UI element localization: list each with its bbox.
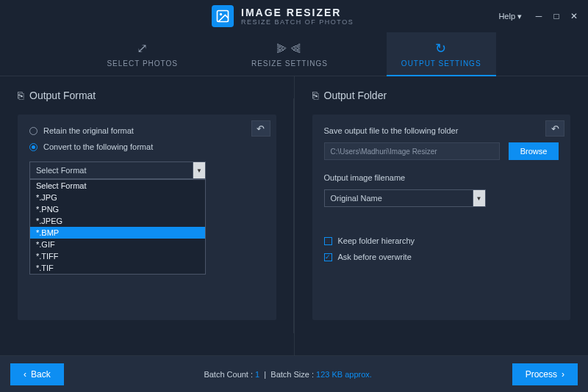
chevron-down-icon: ▼ (476, 195, 482, 202)
svg-point-1 (220, 13, 222, 15)
minimize-button[interactable]: ─ (531, 10, 547, 23)
tab-label: SELECT PHOTOS (107, 59, 178, 68)
save-folder-label: Save output file to the following folder (324, 126, 559, 135)
undo-icon: ↶ (257, 123, 265, 134)
checkbox-icon (324, 237, 332, 245)
dropdown-option[interactable]: *.PNG (30, 203, 205, 215)
tab-output-settings[interactable]: ↻ OUTPUT SETTINGS (387, 32, 496, 76)
output-path-input[interactable]: C:\Users\Madhuri\Image Resizer (324, 142, 501, 160)
help-label: Help (498, 12, 515, 21)
tab-select-photos[interactable]: ⤢ SELECT PHOTOS (92, 32, 193, 76)
dropdown-option[interactable]: *.GIF (30, 239, 205, 250)
dropdown-option[interactable]: Select Format (30, 180, 205, 192)
panel-title: Output Folder (324, 90, 387, 101)
tab-label: OUTPUT SETTINGS (401, 59, 481, 68)
chevron-down-icon: ▼ (196, 167, 202, 174)
radio-icon (29, 143, 37, 151)
format-dropdown: Select Format*.JPG*.PNG*.JPEG*.BMP*.GIF*… (29, 179, 206, 275)
format-select-arrow[interactable]: ▼ (193, 161, 206, 179)
format-select[interactable]: Select Format (29, 161, 206, 179)
radio-icon (29, 127, 37, 135)
chevron-right-icon: › (562, 369, 564, 380)
checkbox-label: Ask before overwrite (338, 253, 412, 261)
process-label: Process (526, 369, 557, 380)
tab-label: RESIZE SETTINGS (251, 59, 328, 68)
reset-format-button[interactable]: ↶ (251, 120, 270, 137)
filename-select[interactable]: Original Name (324, 189, 486, 207)
back-button[interactable]: ‹ Back (10, 363, 64, 385)
browse-button[interactable]: Browse (509, 142, 559, 160)
checkbox-ask-overwrite[interactable]: Ask before overwrite (324, 253, 559, 261)
chevron-down-icon: ▾ (517, 12, 522, 21)
dropdown-option[interactable]: *.JPEG (30, 215, 205, 227)
path-value: C:\Users\Madhuri\Image Resizer (331, 148, 437, 156)
checkbox-label: Keep folder hierarchy (338, 236, 415, 245)
dropdown-option[interactable]: *.BMP (30, 227, 205, 239)
process-button[interactable]: Process › (512, 363, 578, 385)
app-title: IMAGE RESIZER (241, 7, 354, 18)
format-icon: ⎘ (18, 90, 24, 101)
filename-select-arrow[interactable]: ▼ (473, 189, 486, 207)
select-value: Select Format (36, 166, 86, 175)
filename-label: Output image filename (324, 173, 559, 182)
reset-folder-button[interactable]: ↶ (545, 120, 564, 137)
dropdown-option[interactable]: *.JPG (30, 192, 205, 203)
dropdown-option[interactable]: *.TIF (30, 262, 205, 274)
tab-resize-settings[interactable]: ⫸⫷ RESIZE SETTINGS (237, 32, 343, 76)
resize-icon: ⫸⫷ (276, 41, 304, 57)
back-label: Back (31, 369, 51, 380)
select-value: Original Name (331, 194, 382, 203)
refresh-icon: ↻ (435, 40, 447, 57)
radio-label: Retain the original format (43, 126, 134, 135)
expand-icon: ⤢ (137, 40, 148, 57)
app-logo (212, 5, 234, 27)
dropdown-option[interactable]: *.TIFF (30, 250, 205, 262)
batch-status: Batch Count : 1 | Batch Size : 123 KB ap… (204, 370, 372, 379)
undo-icon: ↶ (551, 123, 559, 134)
panel-title: Output Format (29, 90, 96, 101)
help-link[interactable]: Help ▾ (498, 12, 522, 21)
radio-retain-original[interactable]: Retain the original format (29, 126, 265, 135)
browse-label: Browse (520, 147, 548, 156)
app-subtitle: RESIZE BATCH OF PHOTOS (241, 18, 354, 26)
radio-label: Convert to the following format (43, 142, 153, 151)
chevron-left-icon: ‹ (24, 369, 26, 380)
radio-convert-format[interactable]: Convert to the following format (29, 142, 265, 151)
checkbox-icon (324, 253, 332, 261)
maximize-button[interactable]: □ (548, 10, 564, 23)
folder-icon: ⎘ (312, 90, 318, 101)
close-button[interactable]: ✕ (566, 10, 582, 23)
checkbox-keep-hierarchy[interactable]: Keep folder hierarchy (324, 236, 559, 245)
